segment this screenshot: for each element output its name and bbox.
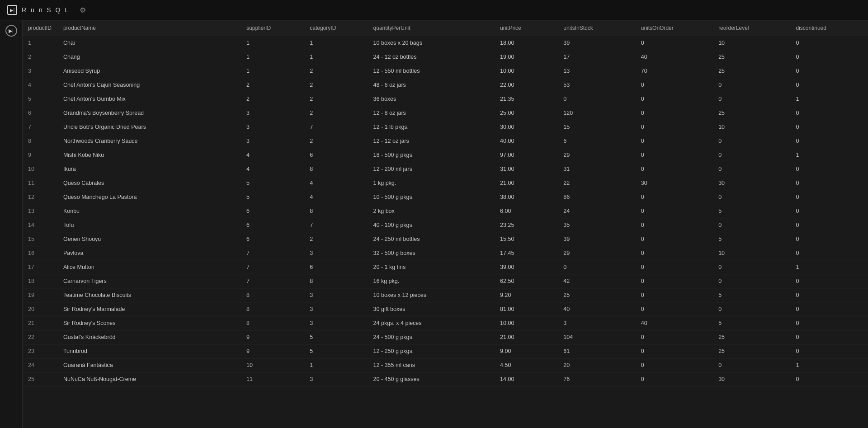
col-header-unitsonorder[interactable]: unitsOnOrder <box>636 20 713 36</box>
cell-reorderlevel: 10 <box>713 120 790 134</box>
cell-productid: 11 <box>23 176 58 190</box>
cell-discontinued: 0 <box>791 246 868 260</box>
cell-categoryid: 3 <box>304 316 368 330</box>
table-row[interactable]: 16Pavlova7332 - 500 g boxes17.45290100 <box>23 246 868 260</box>
col-header-unitprice[interactable]: unitPrice <box>495 20 558 36</box>
cell-reorderlevel: 25 <box>713 106 790 120</box>
cell-reorderlevel: 5 <box>713 288 790 302</box>
cell-unitsinstock: 76 <box>558 372 635 386</box>
cell-discontinued: 0 <box>791 204 868 218</box>
gear-icon[interactable]: ⚙ <box>80 6 86 14</box>
table-row[interactable]: 23Tunnbröd9512 - 250 g pkgs.9.00610250 <box>23 344 868 358</box>
cell-supplierid: 6 <box>241 232 304 246</box>
cell-discontinued: 0 <box>791 120 868 134</box>
table-container[interactable]: productIDproductNamesupplierIDcategoryID… <box>23 20 868 428</box>
cell-quantityperunit: 10 boxes x 12 pieces <box>368 288 495 302</box>
col-header-categoryid[interactable]: categoryID <box>304 20 368 36</box>
table-row[interactable]: 21Sir Rodney's Scones8324 pkgs. x 4 piec… <box>23 316 868 330</box>
table-row[interactable]: 6Grandma's Boysenberry Spread3212 - 8 oz… <box>23 106 868 120</box>
cell-unitprice: 6.00 <box>495 204 558 218</box>
table-row[interactable]: 4Chef Anton's Cajun Seasoning2248 - 6 oz… <box>23 78 868 92</box>
cell-discontinued: 0 <box>791 78 868 92</box>
cell-quantityperunit: 12 - 1 lb pkgs. <box>368 120 495 134</box>
cell-unitsinstock: 42 <box>558 274 635 288</box>
cell-categoryid: 2 <box>304 78 368 92</box>
cell-productid: 2 <box>23 50 58 64</box>
cell-productid: 20 <box>23 302 58 316</box>
cell-categoryid: 7 <box>304 120 368 134</box>
cell-categoryid: 4 <box>304 176 368 190</box>
cell-quantityperunit: 36 boxes <box>368 92 495 106</box>
cell-quantityperunit: 24 - 500 g pkgs. <box>368 330 495 344</box>
cell-unitsinstock: 25 <box>558 288 635 302</box>
cell-productid: 17 <box>23 260 58 274</box>
cell-supplierid: 1 <box>241 64 304 78</box>
col-header-reorderlevel[interactable]: reorderLevel <box>713 20 790 36</box>
cell-productname: Tofu <box>58 218 241 232</box>
table-row[interactable]: 1Chai1110 boxes x 20 bags18.00390100 <box>23 36 868 50</box>
cell-unitsonorder: 0 <box>636 148 713 162</box>
cell-categoryid: 8 <box>304 204 368 218</box>
cell-unitprice: 21.00 <box>495 330 558 344</box>
cell-productid: 8 <box>23 134 58 148</box>
table-row[interactable]: 25NuNuCa Nuß-Nougat-Creme11320 - 450 g g… <box>23 372 868 386</box>
cell-reorderlevel: 0 <box>713 260 790 274</box>
table-row[interactable]: 12Queso Manchego La Pastora5410 - 500 g … <box>23 190 868 204</box>
cell-unitsinstock: 15 <box>558 120 635 134</box>
col-header-quantityperunit[interactable]: quantityPerUnit <box>368 20 495 36</box>
cell-productname: Chef Anton's Gumbo Mix <box>58 92 241 106</box>
table-row[interactable]: 3Aniseed Syrup1212 - 550 ml bottles10.00… <box>23 64 868 78</box>
table-row[interactable]: 20Sir Rodney's Marmalade8330 gift boxes8… <box>23 302 868 316</box>
cell-quantityperunit: 1 kg pkg. <box>368 176 495 190</box>
table-row[interactable]: 22Gustaf's Knäckebröd9524 - 500 g pkgs.2… <box>23 330 868 344</box>
logo-symbol: ▶| <box>10 8 15 13</box>
cell-unitsonorder: 0 <box>636 232 713 246</box>
cell-discontinued: 0 <box>791 274 868 288</box>
cell-categoryid: 1 <box>304 50 368 64</box>
table-row[interactable]: 7Uncle Bob's Organic Dried Pears3712 - 1… <box>23 120 868 134</box>
table-row[interactable]: 18Carnarvon Tigers7816 kg pkg.62.5042000 <box>23 274 868 288</box>
cell-reorderlevel: 0 <box>713 78 790 92</box>
col-header-supplierid[interactable]: supplierID <box>241 20 304 36</box>
table-row[interactable]: 13Konbu682 kg box6.0024050 <box>23 204 868 218</box>
table-row[interactable]: 2Chang1124 - 12 oz bottles19.001740250 <box>23 50 868 64</box>
table-row[interactable]: 15Genen Shouyu6224 - 250 ml bottles15.50… <box>23 232 868 246</box>
cell-supplierid: 8 <box>241 316 304 330</box>
cell-unitsinstock: 20 <box>558 358 635 372</box>
cell-reorderlevel: 10 <box>713 246 790 260</box>
table-row[interactable]: 9Mishi Kobe Niku4618 - 500 g pkgs.97.002… <box>23 148 868 162</box>
run-button[interactable]: ▶| <box>5 25 17 37</box>
cell-productname: Aniseed Syrup <box>58 64 241 78</box>
cell-quantityperunit: 30 gift boxes <box>368 302 495 316</box>
cell-quantityperunit: 12 - 250 g pkgs. <box>368 344 495 358</box>
cell-productname: Teatime Chocolate Biscuits <box>58 288 241 302</box>
cell-unitprice: 22.00 <box>495 78 558 92</box>
cell-quantityperunit: 12 - 355 ml cans <box>368 358 495 372</box>
cell-unitsinstock: 22 <box>558 176 635 190</box>
cell-unitsinstock: 6 <box>558 134 635 148</box>
col-header-productid[interactable]: productID <box>23 20 58 36</box>
cell-reorderlevel: 25 <box>713 330 790 344</box>
cell-discontinued: 0 <box>791 344 868 358</box>
cell-discontinued: 0 <box>791 288 868 302</box>
table-row[interactable]: 17Alice Mutton7620 - 1 kg tins39.000001 <box>23 260 868 274</box>
run-panel: ▶| <box>0 20 23 428</box>
col-header-productname[interactable]: productName <box>58 20 241 36</box>
cell-categoryid: 2 <box>304 92 368 106</box>
cell-productname: Carnarvon Tigers <box>58 274 241 288</box>
cell-categoryid: 3 <box>304 372 368 386</box>
cell-productid: 4 <box>23 78 58 92</box>
cell-categoryid: 3 <box>304 288 368 302</box>
table-row[interactable]: 5Chef Anton's Gumbo Mix2236 boxes21.3500… <box>23 92 868 106</box>
table-row[interactable]: 10Ikura4812 - 200 ml jars31.0031000 <box>23 162 868 176</box>
col-header-unitsinstock[interactable]: unitsInStock <box>558 20 635 36</box>
table-row[interactable]: 24Guaraná Fantástica10112 - 355 ml cans4… <box>23 358 868 372</box>
table-row[interactable]: 11Queso Cabrales541 kg pkg.21.002230300 <box>23 176 868 190</box>
cell-discontinued: 1 <box>791 92 868 106</box>
table-row[interactable]: 19Teatime Chocolate Biscuits8310 boxes x… <box>23 288 868 302</box>
table-row[interactable]: 14Tofu6740 - 100 g pkgs.23.2535000 <box>23 218 868 232</box>
table-row[interactable]: 8Northwoods Cranberry Sauce3212 - 12 oz … <box>23 134 868 148</box>
col-header-discontinued[interactable]: discontinued <box>791 20 868 36</box>
cell-supplierid: 7 <box>241 260 304 274</box>
cell-unitprice: 17.45 <box>495 246 558 260</box>
